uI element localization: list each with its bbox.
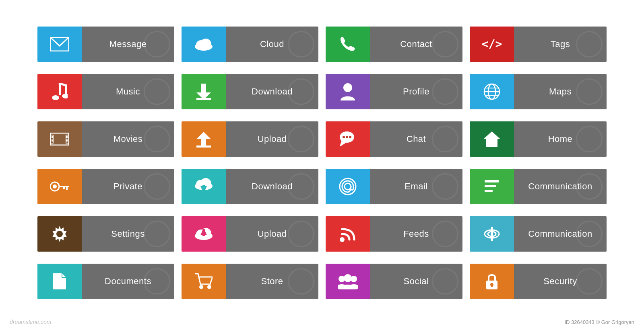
tile-label-download2: Download (226, 169, 318, 204)
comm-icon-icon (470, 169, 514, 204)
tile-download1[interactable]: Download (182, 74, 318, 109)
tile-label-music: Music (82, 74, 174, 109)
tile-movies[interactable]: Movies (37, 121, 174, 157)
svg-point-56 (340, 237, 345, 242)
tile-communication2[interactable]: Communication (470, 216, 607, 252)
tile-communication1[interactable]: Communication (470, 169, 607, 204)
svg-marker-25 (196, 132, 211, 139)
tile-label-communication2: Communication (514, 216, 607, 252)
tile-label-feeds: Feeds (370, 216, 462, 252)
tile-contact[interactable]: Contact (326, 27, 462, 62)
tile-chat[interactable]: Chat (326, 121, 462, 157)
chat-bubble-icon (326, 121, 370, 157)
svg-rect-48 (485, 190, 493, 192)
tile-private[interactable]: Private (37, 169, 174, 204)
svg-rect-36 (59, 186, 69, 187)
tile-label-profile: Profile (370, 74, 462, 109)
tile-label-social: Social (370, 264, 462, 299)
tile-label-communication1: Communication (514, 169, 607, 204)
envelope-icon (37, 27, 82, 62)
cart-icon (182, 264, 226, 299)
tile-label-message: Message (82, 27, 174, 62)
svg-rect-22 (52, 139, 53, 141)
tile-social[interactable]: Social (326, 264, 462, 299)
svg-rect-27 (196, 146, 211, 148)
tile-email[interactable]: Email (326, 169, 462, 204)
svg-point-30 (343, 136, 345, 138)
tile-label-email: Email (370, 169, 462, 204)
svg-rect-7 (65, 86, 67, 94)
svg-rect-38 (63, 187, 65, 189)
svg-rect-9 (201, 84, 206, 92)
tile-label-download1: Download (226, 74, 318, 109)
svg-rect-47 (485, 185, 496, 187)
tile-label-chat: Chat (370, 121, 462, 157)
tile-security[interactable]: Security (470, 264, 607, 299)
tile-home[interactable]: Home (470, 121, 607, 157)
svg-point-12 (343, 83, 352, 92)
svg-point-3 (200, 39, 211, 50)
tile-cloud[interactable]: Cloud (182, 27, 318, 62)
cloud-download-icon (182, 169, 226, 204)
tile-store[interactable]: Store (182, 264, 318, 299)
tile-label-home: Home (514, 121, 607, 157)
tile-label-settings: Settings (82, 216, 174, 252)
svg-rect-11 (196, 98, 211, 100)
svg-point-8 (62, 94, 68, 98)
tile-message[interactable]: Message (37, 27, 174, 62)
svg-point-31 (346, 136, 348, 138)
cloud-icon (182, 27, 226, 62)
icon-grid: MessageCloudContact</>TagsMusicDownloadP… (21, 10, 623, 320)
group-icon (326, 264, 370, 299)
svg-rect-37 (66, 187, 68, 190)
svg-rect-5 (59, 83, 61, 95)
footer-id: ID 32640343 © Gor Grigoryan (564, 319, 634, 325)
svg-point-4 (52, 95, 59, 100)
tile-label-private: Private (82, 169, 174, 204)
tile-documents[interactable]: Documents (37, 264, 174, 299)
svg-point-64 (344, 274, 352, 282)
svg-rect-71 (491, 285, 493, 287)
tile-maps[interactable]: Maps (470, 74, 607, 109)
svg-point-61 (199, 285, 203, 289)
person-icon (326, 74, 370, 109)
svg-point-60 (491, 233, 493, 235)
tile-upload2[interactable]: Upload (182, 216, 318, 252)
svg-rect-24 (66, 139, 68, 141)
tile-feeds[interactable]: Feeds (326, 216, 462, 252)
tile-label-movies: Movies (82, 121, 174, 157)
at-sign-icon (326, 169, 370, 204)
tile-label-tags: Tags (514, 27, 607, 62)
tile-music[interactable]: Music (37, 74, 174, 109)
tile-label-security: Security (514, 264, 607, 299)
tile-label-cloud: Cloud (226, 27, 318, 62)
tile-label-upload2: Upload (226, 216, 318, 252)
tile-label-store: Store (226, 264, 318, 299)
tile-label-upload1: Upload (226, 121, 318, 157)
svg-point-32 (349, 136, 351, 138)
tile-tags[interactable]: </>Tags (470, 27, 607, 62)
svg-rect-21 (52, 136, 53, 138)
svg-rect-23 (66, 136, 68, 138)
svg-rect-55 (202, 229, 205, 236)
globe-icon (470, 74, 514, 109)
tile-label-contact: Contact (370, 27, 462, 62)
tile-profile[interactable]: Profile (326, 74, 462, 109)
tile-label-maps: Maps (514, 74, 607, 109)
dreamstime-logo: dreamstime.com (10, 319, 51, 325)
tile-download2[interactable]: Download (182, 169, 318, 204)
satellite-icon (470, 216, 514, 252)
tile-upload1[interactable]: Upload (182, 121, 318, 157)
tile-settings[interactable]: Settings (37, 216, 174, 252)
svg-point-62 (207, 285, 211, 289)
music-icon (37, 74, 82, 109)
tile-label-documents: Documents (82, 264, 174, 299)
upload-arrow-icon (182, 121, 226, 157)
key-icon (37, 169, 82, 204)
svg-rect-46 (485, 180, 499, 182)
download-arrow-icon (182, 74, 226, 109)
svg-point-35 (53, 184, 57, 189)
gear-icon (37, 216, 82, 252)
svg-point-65 (351, 276, 357, 282)
phone-icon (326, 27, 370, 62)
